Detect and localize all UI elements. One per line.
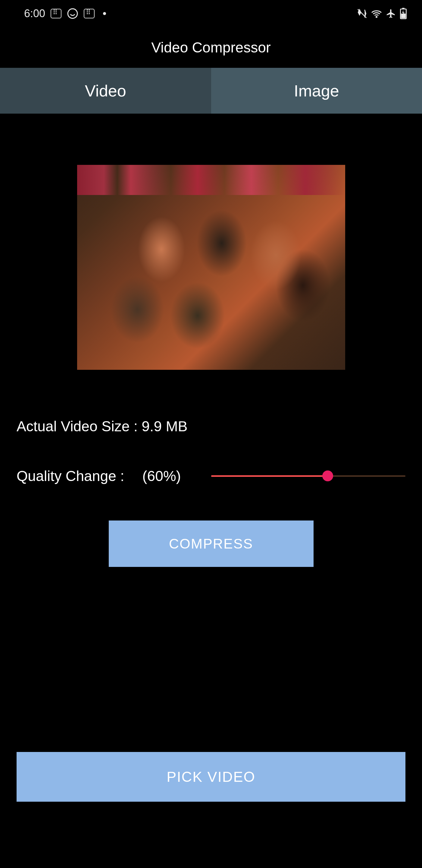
slider-fill <box>211 475 328 477</box>
airplane-icon <box>386 8 396 19</box>
app-title: Video Compressor <box>0 24 422 68</box>
quality-row: Quality Change : (60%) <box>0 441 422 496</box>
tab-bar: Video Image <box>0 68 422 114</box>
status-time: 6:00 <box>24 7 45 20</box>
slider-thumb[interactable] <box>322 470 333 481</box>
quality-label: Quality Change : <box>17 468 124 484</box>
compress-button[interactable]: COMPRESS <box>109 521 314 567</box>
svg-rect-2 <box>402 8 404 9</box>
status-bar: 6:00 <box>0 0 422 24</box>
slider-track <box>211 475 405 477</box>
tab-video[interactable]: Video <box>0 68 211 114</box>
status-right <box>357 8 407 19</box>
tab-image[interactable]: Image <box>211 68 422 114</box>
video-size-label: Actual Video Size : 9.9 MB <box>0 403 422 441</box>
quality-slider[interactable] <box>211 475 405 477</box>
quality-value: (60%) <box>142 468 181 484</box>
keyboard-icon <box>51 9 61 19</box>
svg-point-0 <box>68 9 77 19</box>
whatsapp-icon <box>67 8 78 19</box>
keyboard-icon-2 <box>84 9 95 19</box>
vibrate-icon <box>357 8 367 19</box>
battery-icon <box>400 8 407 19</box>
wifi-icon <box>371 8 382 19</box>
notification-dot <box>103 12 106 15</box>
pick-video-button[interactable]: PICK VIDEO <box>17 752 405 802</box>
status-left: 6:00 <box>24 7 106 20</box>
video-thumbnail[interactable] <box>77 165 345 370</box>
video-preview-container <box>75 132 347 403</box>
